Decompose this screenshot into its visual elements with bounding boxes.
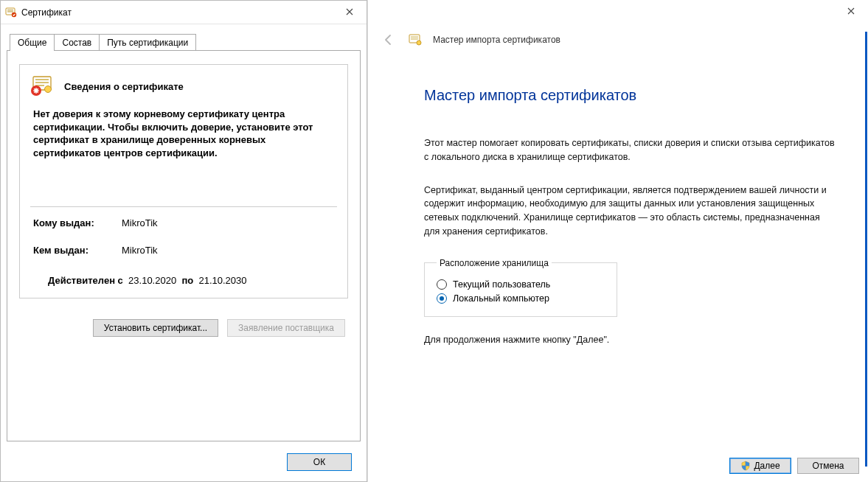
wizard-paragraph-1: Этот мастер помогает копировать сертифик…	[424, 136, 837, 164]
store-location-legend: Расположение хранилища	[437, 258, 552, 268]
import-wizard-dialog: Мастер импорта сертификатов Мастер импор…	[367, 0, 868, 482]
svg-rect-2	[7, 11, 13, 12]
wizard-cancel-button[interactable]: Отмена	[797, 458, 859, 474]
wizard-header: Мастер импорта сертификатов	[368, 0, 868, 49]
radio-icon	[437, 279, 447, 290]
svg-rect-5	[35, 79, 49, 80]
valid-from-value: 23.10.2020	[128, 275, 176, 286]
certificate-body: Общие Состав Путь сертификации	[1, 24, 367, 481]
certificate-dialog: Сертификат Общие Состав Путь сертификаци…	[0, 0, 367, 482]
certificate-action-buttons: Установить сертификат... Заявление поста…	[19, 319, 348, 337]
certificate-close-button[interactable]	[333, 1, 367, 23]
valid-to-label: по	[181, 275, 193, 286]
wizard-paragraph-2: Сертификат, выданный центром сертификаци…	[424, 184, 837, 239]
svg-rect-12	[411, 38, 418, 39]
wizard-header-title: Мастер импорта сертификатов	[433, 35, 560, 45]
radio-local-machine-label: Локальный компьютер	[453, 293, 549, 304]
valid-from-label: Действителен с	[48, 275, 123, 286]
store-location-group: Расположение хранилища Текущий пользоват…	[424, 258, 617, 317]
install-certificate-button[interactable]: Установить сертификат...	[93, 319, 218, 337]
certificate-titlebar: Сертификат	[1, 1, 367, 24]
svg-rect-1	[7, 10, 13, 10]
certificate-title-icon	[5, 7, 17, 18]
certificate-trust-message: Нет доверия к этому корневому сертификат…	[30, 108, 337, 159]
certificate-large-icon	[30, 75, 55, 97]
certificate-info-frame: Сведения о сертификате Нет доверия к это…	[19, 64, 348, 298]
issued-by-value: MikroTik	[122, 245, 158, 256]
validity-row: Действителен с 23.10.2020 по 21.10.2030	[30, 275, 337, 286]
close-icon	[346, 8, 353, 15]
wizard-close-button[interactable]	[834, 0, 868, 22]
certificate-info-title: Сведения о сертификате	[64, 81, 184, 92]
tab-details[interactable]: Состав	[54, 34, 100, 51]
wizard-certificate-icon	[408, 32, 423, 47]
wizard-footer: Далее Отмена	[729, 458, 859, 474]
wizard-heading: Мастер импорта сертификатов	[424, 87, 839, 104]
wizard-next-label: Далее	[754, 461, 780, 471]
valid-to-value: 21.10.2030	[198, 275, 246, 286]
svg-rect-11	[411, 37, 418, 38]
issued-to-row: Кому выдан: MikroTik	[30, 217, 337, 228]
background-edge-strip	[865, 32, 867, 467]
radio-icon	[437, 293, 447, 304]
issued-to-value: MikroTik	[122, 217, 158, 228]
back-arrow-icon[interactable]	[380, 31, 397, 49]
certificate-title: Сертификат	[21, 7, 72, 18]
issued-to-label: Кому выдан:	[33, 217, 122, 228]
tab-panel-general: Сведения о сертификате Нет доверия к это…	[7, 50, 361, 441]
close-icon	[847, 7, 855, 15]
svg-rect-6	[35, 82, 49, 83]
tab-cert-path[interactable]: Путь сертификации	[99, 34, 196, 51]
issuer-statement-button: Заявление поставщика	[227, 319, 345, 337]
wizard-main: Мастер импорта сертификатов Этот мастер …	[368, 49, 868, 345]
tab-general[interactable]: Общие	[10, 34, 55, 51]
radio-current-user[interactable]: Текущий пользователь	[437, 279, 605, 290]
issued-by-row: Кем выдан: MikroTik	[30, 245, 337, 256]
separator	[30, 206, 337, 207]
certificate-tabs: Общие Состав Путь сертификации	[10, 33, 361, 50]
certificate-footer: ОК	[7, 449, 361, 481]
wizard-continue-hint: Для продолжения нажмите кнопку "Далее".	[424, 335, 839, 345]
certificate-info-header: Сведения о сертификате	[30, 75, 337, 97]
radio-current-user-label: Текущий пользователь	[453, 279, 550, 290]
wizard-next-button[interactable]: Далее	[729, 458, 791, 474]
certificate-ok-button[interactable]: ОК	[287, 453, 352, 471]
svg-point-13	[417, 41, 421, 45]
radio-local-machine[interactable]: Локальный компьютер	[437, 293, 605, 304]
svg-point-8	[45, 86, 52, 93]
issued-by-label: Кем выдан:	[33, 245, 122, 256]
shield-icon	[740, 461, 751, 471]
